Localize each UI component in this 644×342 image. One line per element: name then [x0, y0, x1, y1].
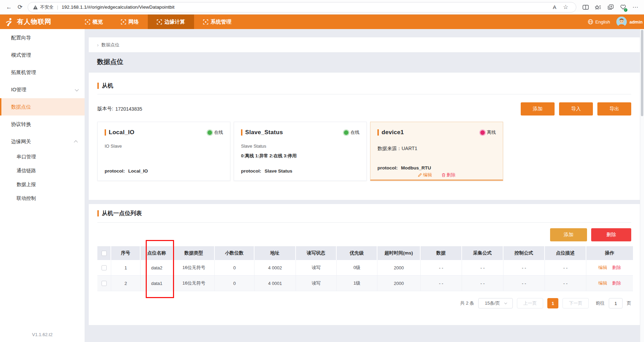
favorites-bar-icon[interactable] [593, 2, 603, 13]
protocol-value: Modbus_RTU [401, 165, 431, 170]
cell-description: - - [545, 260, 586, 275]
read-aloud-icon[interactable]: A [549, 2, 560, 13]
device-actions: 编辑 删除 [371, 172, 503, 178]
user-menu[interactable]: admin [616, 17, 643, 27]
col-data: 数据 [421, 246, 462, 260]
refresh-icon[interactable]: ⟳ [15, 2, 26, 13]
row-checkbox[interactable] [102, 265, 107, 270]
col-control-formula: 控制公式 [503, 246, 545, 260]
sidebar-item-mode-management[interactable]: 模式管理 [0, 46, 85, 64]
current-page-button[interactable]: 1 [547, 298, 558, 308]
sidebar-item-linkage-control[interactable]: 联动控制 [0, 192, 85, 205]
next-page-button[interactable]: 下一页 [563, 298, 589, 308]
sidebar-item-protocol-conversion[interactable]: 协议转换 [0, 115, 85, 133]
sidebar-item-config-wizard[interactable]: 配置向导 [0, 29, 85, 46]
cell-data: - - [421, 260, 462, 275]
system-icon [203, 19, 208, 25]
goto-page-input[interactable] [609, 298, 623, 308]
delete-device-link[interactable]: 删除 [442, 172, 455, 178]
scrollbar-thumb[interactable] [641, 30, 643, 116]
cell-timeout: 2000 [377, 276, 421, 291]
sidebar-item-label: 通信链路 [17, 168, 36, 174]
import-button[interactable]: 导入 [559, 102, 593, 115]
cell-index: 1 [111, 260, 141, 275]
url-divider: | [57, 4, 58, 10]
protocol-label: protocol: [377, 165, 398, 170]
delete-row-link[interactable]: 删除 [612, 265, 621, 271]
sidebar-item-label: 模式管理 [11, 52, 31, 58]
sidebar-item-serial-management[interactable]: 串口管理 [0, 150, 85, 164]
device-status: 离线 [480, 129, 496, 136]
delete-label: 删除 [446, 172, 455, 178]
nav-item-edge-computing[interactable]: 边缘计算 [148, 15, 194, 29]
address-bar[interactable]: 不安全 | 192.168.1.1/#/origin/edgecalculati… [28, 2, 576, 12]
device-name: Local_IO [109, 129, 134, 136]
nav-item-network[interactable]: 网络 [112, 15, 148, 29]
sidebar-item-communication-link[interactable]: 通信链路 [0, 164, 85, 178]
export-button[interactable]: 导出 [597, 102, 631, 115]
sidebar-item-label: 数据点位 [11, 104, 31, 110]
page-size-select[interactable]: 15条/页 [478, 298, 513, 308]
col-collect-formula: 采集公式 [462, 246, 503, 260]
sidebar-item-expansion-management[interactable]: 拓展机管理 [0, 64, 85, 81]
language-switch[interactable]: English [588, 19, 610, 25]
device-card-header: Slave_Status 在线 [241, 129, 359, 136]
row-checkbox[interactable] [102, 281, 107, 286]
edit-row-link[interactable]: 编辑 [598, 265, 607, 271]
divider [97, 94, 631, 94]
back-icon[interactable]: ← [3, 2, 15, 13]
sidebar-item-data-points[interactable]: 数据点位 [0, 98, 85, 115]
page-scrollbar[interactable] [640, 29, 644, 342]
goto-label: 前往 [596, 300, 605, 306]
collections-icon[interactable] [605, 2, 616, 13]
nav-items: 概览 网络 边缘计算 系统管理 [76, 15, 240, 29]
browser-essentials-icon[interactable]: ✓ [618, 2, 628, 13]
nav-item-overview[interactable]: 概览 [76, 15, 112, 29]
nav-right: English admin [588, 15, 644, 29]
device-name: Slave_Status [245, 129, 283, 136]
slave-buttons: 添加 导入 导出 [521, 102, 631, 115]
page-unit-label: 页 [627, 300, 631, 306]
cell-timeout: 2000 [377, 260, 421, 275]
breadcrumb-chevron-icon: › [97, 42, 99, 48]
cell-collect-formula: - - [462, 276, 503, 291]
sidebar-item-edge-gateway[interactable]: 边缘网关 [0, 133, 85, 150]
device-card-device1[interactable]: device1 离线 数据来源：UART1 protocol: Modbus_R… [370, 122, 503, 181]
delete-row-link[interactable]: 删除 [612, 280, 621, 286]
nav-item-system[interactable]: 系统管理 [194, 15, 240, 29]
device-card-slave-status[interactable]: Slave_Status 在线 Slave Status 0:离线 1:异常 2… [234, 122, 367, 181]
screen: ← ⟳ 不安全 | 192.168.1.1/#/origin/edgecalcu… [0, 0, 644, 342]
device-card-header: device1 离线 [377, 129, 496, 136]
brand-name: 有人物联网 [17, 17, 51, 26]
sidebar-item-data-report[interactable]: 数据上报 [0, 178, 85, 192]
sidebar-item-io-management[interactable]: IO管理 [0, 81, 85, 98]
select-all-checkbox[interactable] [102, 251, 107, 256]
sidebar: 配置向导 模式管理 拓展机管理 IO管理 数据点位 协议转换 边缘网关 串口管理… [0, 29, 85, 342]
cell-point-name: data1 [141, 276, 173, 291]
edit-device-link[interactable]: 编辑 [418, 172, 432, 178]
cell-actions: 编辑 删除 [586, 260, 633, 275]
split-screen-icon[interactable] [580, 2, 591, 13]
list-section-title: 从机一点位列表 [102, 210, 142, 217]
cell-priority: 1级 [337, 276, 377, 291]
not-secure-label[interactable]: 不安全 [40, 4, 54, 10]
top-nav: 有人物联网 概览 网络 边缘计算 系统管理 English [0, 15, 644, 29]
globe-icon [588, 19, 593, 25]
edit-row-link[interactable]: 编辑 [598, 280, 607, 286]
device-card-local-io[interactable]: Local_IO 在线 IO Slave protocol: Local_IO [97, 122, 230, 181]
browser-menu-icon[interactable]: ··· [630, 2, 641, 13]
nav-label: 网络 [128, 19, 139, 25]
browser-actions: ✓ ··· [580, 2, 641, 13]
url-text[interactable]: 192.168.1.1/#/origin/edgecalculation/Vie… [61, 4, 174, 10]
cell-data-type: 16位无符号 [173, 260, 215, 275]
add-slave-button[interactable]: 添加 [521, 102, 555, 115]
cell-rw-status: 读写 [296, 260, 337, 275]
favorite-star-icon[interactable]: ☆ [560, 2, 571, 13]
col-description: 点位描述 [545, 246, 586, 260]
add-point-button[interactable]: 添加 [550, 228, 587, 241]
device-protocol: protocol: Local_IO [105, 168, 148, 174]
delete-points-button[interactable]: 删除 [591, 228, 631, 241]
cell-address: 4 0001 [254, 276, 296, 291]
device-description: Slave Status [241, 144, 359, 149]
prev-page-button[interactable]: 上一页 [517, 298, 543, 308]
